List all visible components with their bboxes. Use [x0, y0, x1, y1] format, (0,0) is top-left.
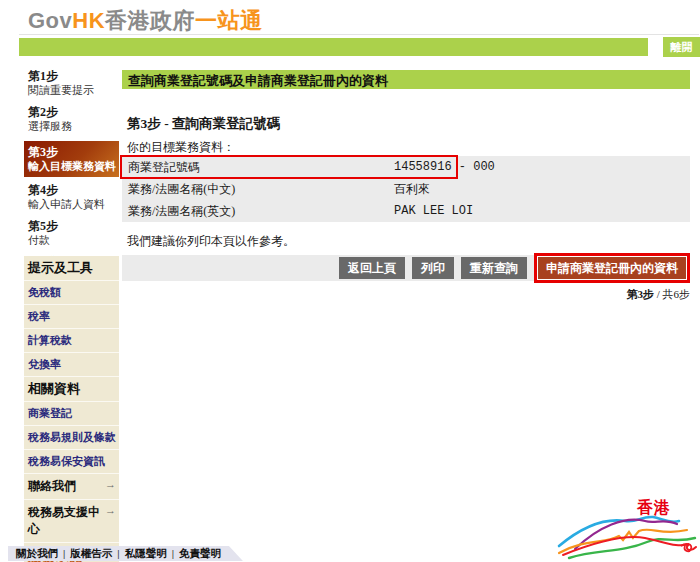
menu-contact-us[interactable]: 聯絡我們 → — [24, 474, 119, 500]
step-3-active: 第3步 輸入目標業務資料 — [24, 141, 119, 177]
sidebar-menu: 提示及工具 免稅額 稅率 計算稅款 兌換率 相關資料 商業登記 稅務易規則及條款… — [24, 256, 119, 562]
step-1-label: 閱讀重要提示 — [28, 84, 119, 97]
step-4-label: 輸入申請人資料 — [28, 198, 119, 211]
menu-link-tax-computation[interactable]: 計算稅款 — [24, 329, 119, 353]
br-number-label: 商業登記號碼 — [122, 159, 394, 176]
step-3-number: 第3步 — [28, 145, 117, 160]
menu-support-centre[interactable]: 稅務易支援中心 → — [24, 500, 119, 543]
menu-link-exchange-rate[interactable]: 兌換率 — [24, 353, 119, 377]
print-button[interactable]: 列印 — [412, 257, 454, 279]
step-1-number: 第1步 — [28, 69, 119, 84]
step-3-label: 輸入目標業務資料 — [28, 160, 117, 173]
footer-separator: | — [172, 548, 174, 559]
support-centre-label: 稅務易支援中心 — [28, 505, 100, 536]
back-button[interactable]: 返回上頁 — [339, 257, 405, 279]
menu-link-etax-terms[interactable]: 稅務易規則及條款 — [24, 426, 119, 450]
menu-link-business-registration[interactable]: 商業登記 — [24, 402, 119, 426]
govhk-logo: GovHK香港政府一站通 — [28, 6, 263, 36]
header-divider — [19, 34, 699, 35]
menu-link-etax-security[interactable]: 稅務易保安資訊 — [24, 450, 119, 474]
menu-link-tax-rates[interactable]: 稅率 — [24, 305, 119, 329]
step-indicator-current: 第3步 — [626, 288, 654, 300]
contact-us-label: 聯絡我們 — [28, 479, 76, 493]
logo-hk: HK — [72, 8, 105, 33]
name-chinese-value: 百利來 — [394, 181, 430, 198]
br-number-value: 14558916 - 000 — [394, 160, 495, 174]
name-english-label: 業務/法團名稱(英文) — [122, 203, 394, 220]
new-search-button[interactable]: 重新查詢 — [461, 257, 527, 279]
exit-button[interactable]: 離開 — [663, 37, 700, 57]
action-button-bar: 返回上頁 列印 重新查詢 申請商業登記冊內的資料 — [122, 255, 690, 281]
footer-link-disclaimer[interactable]: 免責聲明 — [179, 547, 221, 561]
brand-hongkong-ribbon-icon — [553, 494, 700, 562]
table-row-name-english: 業務/法團名稱(英文) PAK LEE LOI — [122, 200, 690, 222]
footer-separator: | — [117, 548, 119, 559]
step-indicator-total: / 共6步 — [654, 288, 690, 300]
footer-link-about-us[interactable]: 關於我們 — [16, 547, 58, 561]
apply-extract-highlight-frame: 申請商業登記冊內的資料 — [534, 253, 690, 283]
brand-hongkong-wordmark: 香港 — [637, 498, 671, 519]
step-4-number: 第4步 — [28, 183, 119, 198]
print-suggestion-note: 我們建議你列印本頁以作參考。 — [127, 233, 295, 250]
step-2-number: 第2步 — [28, 105, 119, 120]
step-5-label: 付款 — [28, 234, 119, 247]
menu-header-tools: 提示及工具 — [24, 256, 119, 281]
table-row-name-chinese: 業務/法團名稱(中文) 百利來 — [122, 178, 690, 200]
arrow-right-icon: → — [105, 478, 116, 490]
step-5: 第5步 付款 — [24, 219, 119, 247]
logo-cn-gray: 香港政府 — [105, 8, 195, 33]
apply-extract-button[interactable]: 申請商業登記冊內的資料 — [538, 257, 686, 279]
footer-link-copyright[interactable]: 版權告示 — [70, 547, 112, 561]
business-details-table: 商業登記號碼 14558916 - 000 業務/法團名稱(中文) 百利來 業務… — [122, 156, 690, 222]
step-heading: 第3步 - 查詢商業登記號碼 — [127, 115, 280, 133]
footer-link-privacy[interactable]: 私隱聲明 — [125, 547, 167, 561]
page-title-bar: 查詢商業登記號碼及申請商業登記冊內的資料 — [122, 70, 690, 89]
arrow-right-icon: → — [105, 504, 116, 516]
logo-gov: Gov — [28, 8, 72, 33]
step-5-number: 第5步 — [28, 219, 119, 234]
logo-cn-orange: 一站通 — [195, 8, 263, 33]
step-2-label: 選擇服務 — [28, 120, 119, 133]
footer-separator: | — [63, 548, 65, 559]
name-chinese-label: 業務/法團名稱(中文) — [122, 181, 394, 198]
menu-header-related: 相關資料 — [24, 377, 119, 402]
govhk-page: GovHK香港政府一站通 離開 第1步 閱讀重要提示 第2步 選擇服務 第3步 … — [0, 0, 700, 562]
intro-text: 你的目標業務資料： — [127, 139, 235, 156]
step-2: 第2步 選擇服務 — [24, 105, 119, 133]
step-indicator: 第3步 / 共6步 — [122, 287, 690, 302]
footer-links-bar: 關於我們 | 版權告示 | 私隱聲明 | 免責聲明 — [8, 546, 243, 561]
header-green-bar — [19, 38, 648, 56]
menu-link-allowances[interactable]: 免稅額 — [24, 281, 119, 305]
table-row-br-number: 商業登記號碼 14558916 - 000 — [122, 156, 690, 178]
step-1: 第1步 閱讀重要提示 — [24, 69, 119, 97]
step-4: 第4步 輸入申請人資料 — [24, 183, 119, 211]
name-english-value: PAK LEE LOI — [394, 204, 473, 218]
